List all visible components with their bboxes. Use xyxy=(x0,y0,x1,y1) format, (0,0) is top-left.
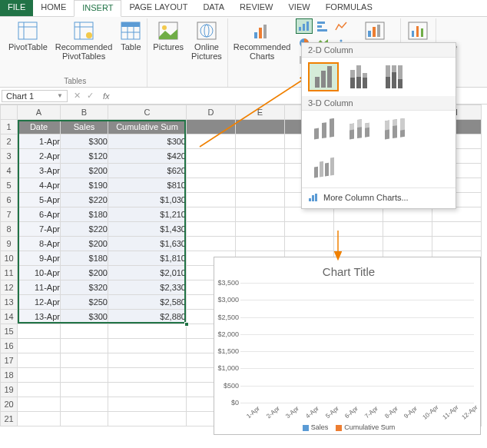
cell-C6[interactable]: $1,030 xyxy=(108,193,187,207)
cancel-icon[interactable]: ✕ xyxy=(74,91,81,101)
cell-B9[interactable]: $200 xyxy=(61,237,108,251)
tab-home[interactable]: HOME xyxy=(33,0,74,16)
row-header-14[interactable]: 14 xyxy=(1,310,18,324)
cell-A5[interactable]: 4-Apr xyxy=(18,178,61,193)
row-header-6[interactable]: 6 xyxy=(1,193,18,207)
col-header-A[interactable]: A xyxy=(18,105,61,120)
tab-data[interactable]: DATA xyxy=(195,0,232,16)
cell-B10[interactable]: $180 xyxy=(61,251,108,266)
cell-A14[interactable]: 13-Apr xyxy=(18,310,61,324)
stacked-column-2d-button[interactable] xyxy=(343,62,374,91)
row-header-10[interactable]: 10 xyxy=(1,251,18,266)
row-header-21[interactable]: 21 xyxy=(1,412,18,426)
row-header-1[interactable]: 1 xyxy=(1,120,18,134)
cell-C1[interactable]: Cumulative Sum xyxy=(108,120,187,134)
cell-A1[interactable]: Date xyxy=(18,120,61,134)
cell-C12[interactable]: $2,330 xyxy=(108,280,187,295)
cell-B12[interactable]: $320 xyxy=(61,280,108,295)
cell-A12[interactable]: 11-Apr xyxy=(18,280,61,295)
cell-C2[interactable]: $300 xyxy=(108,134,187,149)
col-header-B[interactable]: B xyxy=(61,105,108,120)
row-header-17[interactable]: 17 xyxy=(1,353,18,368)
cell-A3[interactable]: 2-Apr xyxy=(18,149,61,164)
cell-C11[interactable]: $2,010 xyxy=(108,266,187,280)
stacked100-column-3d-button[interactable] xyxy=(379,115,409,144)
col-header-E[interactable]: E xyxy=(236,105,285,120)
recommended-charts-button[interactable]: Recommended Charts xyxy=(231,18,293,62)
row-header-3[interactable]: 3 xyxy=(1,149,18,164)
col-header-D[interactable]: D xyxy=(187,105,236,120)
col-header-C[interactable]: C xyxy=(108,105,187,120)
recommended-pivottables-button[interactable]: Recommended PivotTables xyxy=(53,18,115,62)
row-header-4[interactable]: 4 xyxy=(1,164,18,178)
cell-C14[interactable]: $2,880 xyxy=(108,310,187,324)
online-pictures-button[interactable]: Online Pictures xyxy=(189,18,224,62)
cell-C8[interactable]: $1,430 xyxy=(108,222,187,237)
cell-A8[interactable]: 7-Apr xyxy=(18,222,61,237)
row-header-15[interactable]: 15 xyxy=(1,324,18,339)
cell-C13[interactable]: $2,580 xyxy=(108,295,187,310)
row-header-16[interactable]: 16 xyxy=(1,339,18,353)
pictures-button[interactable]: Pictures xyxy=(151,18,186,53)
tab-file[interactable]: FILE xyxy=(0,0,33,16)
tab-review[interactable]: REVIEW xyxy=(232,0,280,16)
cell-B4[interactable]: $200 xyxy=(61,164,108,178)
stacked100-column-2d-button[interactable] xyxy=(379,62,409,91)
row-header-12[interactable]: 12 xyxy=(1,280,18,295)
fx-icon[interactable]: fx xyxy=(98,91,114,101)
pivottable-button[interactable]: PivotTable xyxy=(6,18,50,53)
cell-C4[interactable]: $620 xyxy=(108,164,187,178)
cell-A10[interactable]: 9-Apr xyxy=(18,251,61,266)
cell-C5[interactable]: $810 xyxy=(108,178,187,193)
chart-plot-area[interactable]: $0$500$1,000$1,500$2,000$2,500$3,000$3,5… xyxy=(240,283,474,403)
cell-B14[interactable]: $300 xyxy=(61,310,108,324)
cell-B2[interactable]: $300 xyxy=(61,134,108,149)
cell-B13[interactable]: $250 xyxy=(61,295,108,310)
cell-A6[interactable]: 5-Apr xyxy=(18,193,61,207)
chart-title[interactable]: Chart Title xyxy=(220,262,477,283)
cell-A13[interactable]: 12-Apr xyxy=(18,295,61,310)
row-header-9[interactable]: 9 xyxy=(1,237,18,251)
row-header-20[interactable]: 20 xyxy=(1,397,18,412)
row-header-19[interactable]: 19 xyxy=(1,383,18,397)
insert-column-chart-button[interactable] xyxy=(296,18,313,34)
cell-B1[interactable]: Sales xyxy=(61,120,108,134)
insert-line-chart-button[interactable] xyxy=(333,18,350,34)
cell-A7[interactable]: 6-Apr xyxy=(18,207,61,222)
tab-view[interactable]: VIEW xyxy=(281,0,318,16)
row-header-18[interactable]: 18 xyxy=(1,368,18,383)
tab-formulas[interactable]: FORMULAS xyxy=(318,0,380,16)
cell-A4[interactable]: 3-Apr xyxy=(18,164,61,178)
row-header-2[interactable]: 2 xyxy=(1,134,18,149)
row-header-5[interactable]: 5 xyxy=(1,178,18,193)
cell-B7[interactable]: $180 xyxy=(61,207,108,222)
cell-B11[interactable]: $200 xyxy=(61,266,108,280)
cell-B3[interactable]: $120 xyxy=(61,149,108,164)
insert-bar-chart-button[interactable] xyxy=(314,18,331,34)
embedded-chart[interactable]: Chart Title $0$500$1,000$1,500$2,000$2,5… xyxy=(214,257,481,435)
more-column-charts-button[interactable]: More Column Charts... xyxy=(302,187,456,208)
cell-C7[interactable]: $1,210 xyxy=(108,207,187,222)
cell-B6[interactable]: $220 xyxy=(61,193,108,207)
cell-B5[interactable]: $190 xyxy=(61,178,108,193)
stacked-column-3d-button[interactable] xyxy=(343,115,374,144)
row-header-13[interactable]: 13 xyxy=(1,295,18,310)
cell-A11[interactable]: 10-Apr xyxy=(18,266,61,280)
row-header-7[interactable]: 7 xyxy=(1,207,18,222)
cell-C9[interactable]: $1,630 xyxy=(108,237,187,251)
tab-insert[interactable]: INSERT xyxy=(74,0,121,17)
table-button[interactable]: Table xyxy=(118,18,144,53)
cell-C3[interactable]: $420 xyxy=(108,149,187,164)
tab-pagelayout[interactable]: PAGE LAYOUT xyxy=(121,0,195,16)
row-header-8[interactable]: 8 xyxy=(1,222,18,237)
cell-C10[interactable]: $1,810 xyxy=(108,251,187,266)
cell-A2[interactable]: 1-Apr xyxy=(18,134,61,149)
clustered-column-3d-button[interactable] xyxy=(308,115,339,144)
enter-icon[interactable]: ✓ xyxy=(87,91,94,101)
cell-A9[interactable]: 8-Apr xyxy=(18,237,61,251)
row-header-11[interactable]: 11 xyxy=(1,266,18,280)
clustered-column-2d-button[interactable] xyxy=(308,62,339,91)
name-box[interactable]: Chart 1▼ xyxy=(2,90,68,102)
cell-B8[interactable]: $220 xyxy=(61,222,108,237)
column-3d-button[interactable] xyxy=(308,154,339,183)
